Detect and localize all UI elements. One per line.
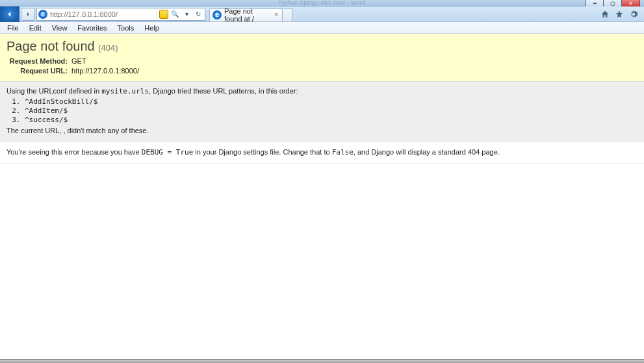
error-heading: Page not found [6,39,95,53]
new-tab-button[interactable] [283,8,292,21]
url-pattern: ^success/$ [25,116,638,125]
window-titlebar: Python Django 403.docx - Word ━ ▢ ✕ [0,0,644,6]
debug-explanation: You're seeing this error because you hav… [0,142,644,164]
request-meta: Request Method: GET Request URL: http://… [6,56,638,76]
urlconf-pre: Using the URLconf defined in [6,87,101,95]
navbar-tools [600,9,643,19]
address-bar[interactable]: 🔍 ▾ ↻ [36,8,205,21]
tab-strip: Page not found at / × [209,7,292,21]
nomatch-sentence: The current URL, , didn't match any of t… [6,127,638,134]
address-bar-controls: 🔍 ▾ ↻ [157,8,203,21]
explain-false: False [332,148,354,156]
tab-close-button[interactable]: × [273,11,279,18]
status-code: (404) [98,43,118,53]
favorites-icon[interactable] [614,9,625,19]
page-title: Page not found (404) [6,39,638,54]
menu-favorites[interactable]: Favorites [73,23,111,32]
url-pattern: ^AddItem/$ [25,106,638,116]
meta-row-method: Request Method: GET [6,56,638,66]
url-pattern-list: ^AddInStockBill/$ ^AddItem/$ ^success/$ [25,97,638,125]
django-404-page: Page not found (404) Request Method: GET… [0,34,644,164]
compat-view-icon[interactable] [159,10,168,19]
url-pattern: ^AddInStockBill/$ [25,97,638,106]
urlconf-sentence: Using the URLconf defined in mysite.urls… [6,87,638,95]
forward-button[interactable] [21,8,35,21]
browser-tab[interactable]: Page not found at / × [209,8,283,21]
urlconf-post: , Django tried these URL patterns, in th… [149,87,298,95]
arrow-left-icon [5,9,15,19]
url-input[interactable] [50,10,154,18]
explain-pre: You're seeing this error because you hav… [6,148,142,156]
dropdown-icon[interactable]: ▾ [181,9,192,19]
menu-view[interactable]: View [47,23,72,32]
explain-debug-true: DEBUG = True [142,148,193,156]
menu-help[interactable]: Help [140,23,164,32]
meta-row-url: Request URL: http://127.0.0.1:8000/ [6,66,638,76]
error-summary: Page not found (404) Request Method: GET… [0,34,644,82]
request-url-value: http://127.0.0.1:8000/ [71,66,139,76]
window-bottom-edge [0,359,644,363]
browser-navbar: 🔍 ▾ ↻ Page not found at / × [0,6,644,22]
urlconf-info: Using the URLconf defined in mysite.urls… [0,82,644,142]
urlconf-module: mysite.urls [101,87,149,95]
ie-tab-icon [213,10,222,19]
explain-post: , and Django will display a standard 404… [354,148,500,156]
menu-edit[interactable]: Edit [25,23,46,32]
request-url-label: Request URL: [6,66,71,76]
menu-tools[interactable]: Tools [113,23,139,32]
menu-file[interactable]: File [3,23,23,32]
request-method-value: GET [71,56,86,66]
background-window-title: Python Django 403.docx - Word [279,0,365,6]
arrow-right-icon [24,10,32,18]
tab-title: Page not found at / [224,7,270,23]
menu-bar: File Edit View Favorites Tools Help [0,22,644,34]
explain-mid: in your Django settings file. Change tha… [193,148,331,156]
back-button[interactable] [0,6,19,22]
request-method-label: Request Method: [6,56,71,66]
page-viewport[interactable]: Page not found (404) Request Method: GET… [0,34,644,359]
search-dropdown-icon[interactable]: 🔍 [170,9,180,19]
refresh-icon[interactable]: ↻ [193,9,203,19]
home-icon[interactable] [600,9,610,19]
ie-page-icon [38,10,47,19]
tools-gear-icon[interactable] [628,9,639,19]
